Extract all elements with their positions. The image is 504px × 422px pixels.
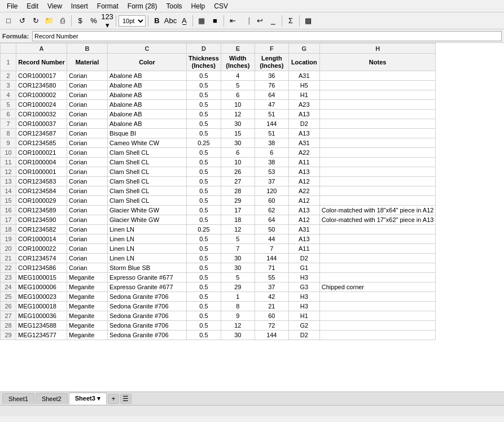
cell-color-27[interactable]: Sedona Granite #706 — [108, 330, 187, 340]
cell-width-14[interactable]: 17 — [221, 206, 255, 215]
cell-record-22[interactable]: MEG1000006 — [16, 282, 67, 292]
cell-notes-2[interactable] — [319, 90, 436, 100]
cell-color-3[interactable]: Abalone AB — [108, 100, 187, 110]
cell-width-26[interactable]: 12 — [221, 321, 255, 330]
cell-notes-14[interactable]: Color-matched with 18"x64" piece in A12 — [319, 206, 436, 215]
cell-notes-20[interactable] — [319, 263, 436, 273]
percent-button[interactable]: % — [87, 15, 100, 27]
cell-thickness-15[interactable]: 0.5 — [187, 215, 221, 225]
cell-notes-15[interactable]: Color-matched with 17"x62" piece in A13 — [319, 215, 436, 225]
cell-material-23[interactable]: Meganite — [67, 292, 108, 302]
cell-location-8[interactable]: A22 — [288, 148, 319, 158]
menu-view[interactable]: View — [43, 1, 67, 11]
cell-location-9[interactable]: A11 — [288, 158, 319, 167]
cell-material-20[interactable]: Corian — [67, 263, 108, 273]
number-format-button[interactable]: 123 ▾ — [101, 15, 113, 27]
cell-location-23[interactable]: H3 — [288, 292, 319, 302]
tab-sheet1[interactable]: Sheet1 — [2, 393, 34, 404]
freeze-button[interactable]: ⎯ — [267, 15, 279, 27]
sheet-list-button[interactable]: ☰ — [120, 394, 132, 404]
cell-record-16[interactable]: COR1234582 — [16, 225, 67, 234]
col-header-G[interactable]: G — [288, 43, 319, 54]
cell-width-0[interactable]: 4 — [221, 71, 255, 81]
cell-material-13[interactable]: Corian — [67, 196, 108, 206]
cell-width-27[interactable]: 30 — [221, 330, 255, 340]
cell-width-20[interactable]: 30 — [221, 263, 255, 273]
cell-color-5[interactable]: Abalone AB — [108, 119, 187, 129]
cell-record-21[interactable]: MEG1000015 — [16, 273, 67, 282]
cell-location-14[interactable]: A13 — [288, 206, 319, 215]
cell-record-14[interactable]: COR1234589 — [16, 206, 67, 215]
cell-location-13[interactable]: A12 — [288, 196, 319, 206]
cell-color-1[interactable]: Abalone AB — [108, 81, 187, 90]
cell-material-9[interactable]: Corian — [67, 158, 108, 167]
cell-color-10[interactable]: Clam Shell CL — [108, 167, 187, 177]
tab-sheet2[interactable]: Sheet2 — [36, 393, 68, 404]
cell-color-23[interactable]: Sedona Granite #706 — [108, 292, 187, 302]
cell-location-15[interactable]: A12 — [288, 215, 319, 225]
cell-record-9[interactable]: COR1000004 — [16, 158, 67, 167]
cell-thickness-23[interactable]: 0.5 — [187, 292, 221, 302]
cell-record-3[interactable]: COR1000024 — [16, 100, 67, 110]
cell-color-12[interactable]: Clam Shell CL — [108, 186, 187, 196]
cell-length-8[interactable]: 6 — [255, 148, 288, 158]
cell-material-10[interactable]: Corian — [67, 167, 108, 177]
cell-color-2[interactable]: Abalone AB — [108, 90, 187, 100]
cell-material-2[interactable]: Corian — [67, 90, 108, 100]
cell-color-17[interactable]: Linen LN — [108, 234, 187, 244]
cell-length-9[interactable]: 38 — [255, 158, 288, 167]
cell-width-19[interactable]: 30 — [221, 254, 255, 263]
header-width[interactable]: Width(Inches) — [221, 54, 255, 71]
cell-notes-5[interactable] — [319, 119, 436, 129]
cell-length-12[interactable]: 120 — [255, 186, 288, 196]
cell-record-4[interactable]: COR1000032 — [16, 110, 67, 119]
cell-notes-8[interactable] — [319, 148, 436, 158]
cell-width-21[interactable]: 5 — [221, 273, 255, 282]
cell-material-21[interactable]: Meganite — [67, 273, 108, 282]
sum-button[interactable]: Σ — [284, 15, 297, 27]
cell-record-6[interactable]: COR1234587 — [16, 129, 67, 138]
header-color[interactable]: Color — [108, 54, 187, 71]
cell-width-10[interactable]: 26 — [221, 167, 255, 177]
cell-material-15[interactable]: Corian — [67, 215, 108, 225]
cell-notes-0[interactable] — [319, 71, 436, 81]
cell-length-22[interactable]: 37 — [255, 282, 288, 292]
cell-location-6[interactable]: A13 — [288, 129, 319, 138]
cell-thickness-17[interactable]: 0.5 — [187, 234, 221, 244]
cell-location-24[interactable]: H3 — [288, 302, 319, 311]
cell-length-0[interactable]: 36 — [255, 71, 288, 81]
cell-width-22[interactable]: 29 — [221, 282, 255, 292]
cell-thickness-11[interactable]: 0.5 — [187, 177, 221, 186]
cell-notes-25[interactable] — [319, 311, 436, 321]
cell-location-5[interactable]: D2 — [288, 119, 319, 129]
cell-material-14[interactable]: Corian — [67, 206, 108, 215]
cell-material-6[interactable]: Corian — [67, 129, 108, 138]
cell-record-5[interactable]: COR1000037 — [16, 119, 67, 129]
cell-width-16[interactable]: 12 — [221, 225, 255, 234]
cell-notes-27[interactable] — [319, 330, 436, 340]
cell-material-8[interactable]: Corian — [67, 148, 108, 158]
cell-thickness-19[interactable]: 0.5 — [187, 254, 221, 263]
cell-material-4[interactable]: Corian — [67, 110, 108, 119]
cell-material-24[interactable]: Meganite — [67, 302, 108, 311]
cell-thickness-25[interactable]: 0.5 — [187, 311, 221, 321]
cell-width-4[interactable]: 12 — [221, 110, 255, 119]
menu-format[interactable]: Format — [93, 1, 123, 11]
cell-thickness-14[interactable]: 0.5 — [187, 206, 221, 215]
cell-location-25[interactable]: H1 — [288, 311, 319, 321]
cell-notes-11[interactable] — [319, 177, 436, 186]
cell-material-7[interactable]: Corian — [67, 138, 108, 148]
cell-color-24[interactable]: Sedona Granite #706 — [108, 302, 187, 311]
header-record-number[interactable]: Record Number — [16, 54, 67, 71]
cell-thickness-9[interactable]: 0.5 — [187, 158, 221, 167]
redo-button[interactable]: ↻ — [29, 15, 42, 27]
cell-width-23[interactable]: 1 — [221, 292, 255, 302]
cell-length-20[interactable]: 71 — [255, 263, 288, 273]
cell-color-21[interactable]: Expresso Granite #677 — [108, 273, 187, 282]
cell-location-4[interactable]: A13 — [288, 110, 319, 119]
cell-notes-16[interactable] — [319, 225, 436, 234]
cell-length-6[interactable]: 51 — [255, 129, 288, 138]
cell-thickness-20[interactable]: 0.5 — [187, 263, 221, 273]
cell-length-4[interactable]: 51 — [255, 110, 288, 119]
cell-record-24[interactable]: MEG1000018 — [16, 302, 67, 311]
